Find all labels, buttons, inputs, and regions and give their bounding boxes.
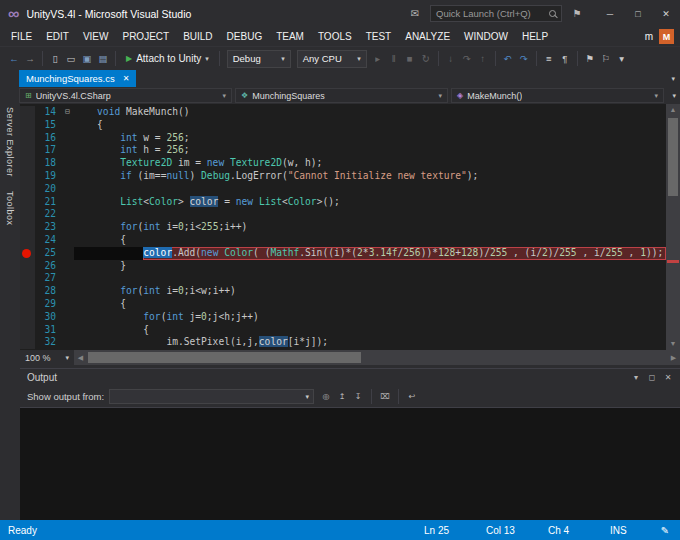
menu-item-test[interactable]: TEST bbox=[359, 31, 399, 42]
navigate-backward-icon[interactable]: ← bbox=[6, 51, 22, 67]
scroll-down-icon[interactable]: ▼ bbox=[666, 338, 680, 350]
goto-previous-message-icon[interactable]: ↥ bbox=[335, 392, 349, 401]
code-line-30[interactable]: 30for(int j=0;j<h;j++) bbox=[20, 311, 666, 324]
breakpoint-margin[interactable] bbox=[20, 221, 35, 234]
side-tab-toolbox[interactable]: Toolbox bbox=[5, 191, 15, 226]
solution-platform-dropdown[interactable]: Any CPU ▾ bbox=[297, 50, 367, 68]
breakpoint-margin[interactable] bbox=[20, 183, 35, 196]
code-line-24[interactable]: 24{ bbox=[20, 234, 666, 247]
code-line-18[interactable]: 18Texture2D im = new Texture2D(w, h); bbox=[20, 157, 666, 170]
menu-item-help[interactable]: HELP bbox=[515, 31, 555, 42]
horizontal-scrollbar[interactable]: ◀ ▶ bbox=[74, 350, 680, 365]
output-header[interactable]: Output ▾◻✕ bbox=[20, 369, 680, 386]
step-out-icon[interactable]: ↑ bbox=[475, 51, 491, 67]
save-icon[interactable]: ▣ bbox=[79, 51, 95, 67]
fold-collapse-icon[interactable]: ⊟ bbox=[61, 106, 74, 119]
menu-item-debug[interactable]: DEBUG bbox=[220, 31, 270, 42]
open-file-icon[interactable]: ▭ bbox=[63, 51, 79, 67]
menu-item-project[interactable]: PROJECT bbox=[115, 31, 176, 42]
step-over-icon[interactable]: ↷ bbox=[459, 51, 475, 67]
tab-munchingsquares[interactable]: MunchingSquares.cs ✕ bbox=[19, 70, 136, 87]
stop-debugging-icon[interactable]: ■ bbox=[402, 51, 418, 67]
close-button[interactable]: ✕ bbox=[652, 3, 680, 25]
clear-all-icon[interactable]: ⌧ bbox=[378, 392, 392, 401]
breakpoint-margin[interactable] bbox=[20, 285, 35, 298]
breakpoint-margin[interactable] bbox=[20, 324, 35, 337]
menu-item-file[interactable]: FILE bbox=[4, 31, 39, 42]
breakpoint-margin[interactable] bbox=[20, 196, 35, 209]
menu-item-team[interactable]: TEAM bbox=[269, 31, 311, 42]
method-dropdown[interactable]: ◈MakeMunch()▾ bbox=[451, 88, 664, 103]
break-all-icon[interactable]: ‖ bbox=[386, 51, 402, 67]
output-content[interactable] bbox=[20, 407, 680, 520]
send-feedback-icon[interactable]: ✉ bbox=[408, 8, 422, 19]
output-source-dropdown[interactable]: ▾ bbox=[109, 389, 314, 404]
breakpoint-margin[interactable] bbox=[20, 336, 35, 349]
menu-item-edit[interactable]: EDIT bbox=[39, 31, 76, 42]
code-line-14[interactable]: 14⊟void MakeMunch() bbox=[20, 106, 666, 119]
find-in-files-icon[interactable]: ≡ bbox=[541, 51, 557, 67]
signed-in-user-label[interactable]: m bbox=[645, 31, 653, 42]
scroll-right-icon[interactable]: ▶ bbox=[667, 354, 680, 362]
new-file-icon[interactable]: ▯ bbox=[47, 51, 63, 67]
side-tab-server-explorer[interactable]: Server Explorer bbox=[5, 107, 15, 177]
scroll-up-icon[interactable]: ▲ bbox=[666, 104, 680, 116]
next-bookmark-icon[interactable]: ⚐ bbox=[598, 51, 614, 67]
breakpoint-margin[interactable] bbox=[20, 119, 35, 132]
menu-item-tools[interactable]: TOOLS bbox=[311, 31, 359, 42]
code-line-17[interactable]: 17int h = 256; bbox=[20, 144, 666, 157]
project-dropdown[interactable]: ⊞UnityVS.4l.CSharp▾ bbox=[19, 88, 232, 103]
code-area[interactable]: 14⊟void MakeMunch()15{16int w = 256;17in… bbox=[20, 104, 666, 350]
maximize-button[interactable]: □ bbox=[624, 3, 652, 25]
code-line-21[interactable]: 21List<Color> color = new List<Color>(); bbox=[20, 196, 666, 209]
navigate-forward-icon[interactable]: → bbox=[22, 51, 38, 67]
menu-item-analyze[interactable]: ANALYZE bbox=[398, 31, 457, 42]
code-line-31[interactable]: 31{ bbox=[20, 324, 666, 337]
code-line-27[interactable]: 27 bbox=[20, 272, 666, 285]
breakpoint-margin[interactable] bbox=[20, 144, 35, 157]
goto-next-message-icon[interactable]: ↧ bbox=[351, 392, 365, 401]
breakpoint-icon[interactable] bbox=[22, 249, 31, 258]
menu-item-window[interactable]: WINDOW bbox=[457, 31, 515, 42]
breakpoint-margin[interactable] bbox=[20, 298, 35, 311]
breakpoint-margin[interactable] bbox=[20, 260, 35, 273]
breakpoint-margin[interactable] bbox=[20, 170, 35, 183]
code-line-25[interactable]: 25color.Add(new Color( (Mathf.Sin((i)*(2… bbox=[20, 247, 666, 260]
find-message-icon[interactable]: ◎ bbox=[319, 392, 333, 401]
code-line-28[interactable]: 28for(int i=0;i<w;i++) bbox=[20, 285, 666, 298]
attach-to-unity-button[interactable]: ▶ Attach to Unity ▾ bbox=[120, 53, 215, 64]
scroll-left-icon[interactable]: ◀ bbox=[74, 354, 87, 362]
formatting-marks-icon[interactable]: ¶ bbox=[557, 51, 573, 67]
breakpoint-margin[interactable] bbox=[20, 272, 35, 285]
code-line-16[interactable]: 16int w = 256; bbox=[20, 132, 666, 145]
notifications-flag-icon[interactable]: ⚑ bbox=[570, 8, 584, 19]
toggle-bookmark-icon[interactable]: ⚑ bbox=[582, 51, 598, 67]
scrollbar-thumb[interactable] bbox=[668, 118, 678, 196]
quick-launch-input[interactable]: Quick Launch (Ctrl+Q) bbox=[430, 5, 562, 22]
code-line-23[interactable]: 23for(int i=0;i<255;i++) bbox=[20, 221, 666, 234]
breakpoint-margin[interactable] bbox=[20, 208, 35, 221]
restart-icon[interactable]: ↻ bbox=[418, 51, 434, 67]
navbar-overflow-chevron-icon[interactable]: ▾ bbox=[672, 92, 676, 100]
avatar[interactable]: M bbox=[659, 29, 674, 44]
code-line-20[interactable]: 20 bbox=[20, 183, 666, 196]
breakpoint-margin[interactable] bbox=[20, 132, 35, 145]
breakpoint-margin[interactable] bbox=[20, 311, 35, 324]
minimize-button[interactable]: ─ bbox=[596, 3, 624, 25]
code-line-26[interactable]: 26} bbox=[20, 260, 666, 273]
class-dropdown[interactable]: ❖MunchingSquares▾ bbox=[235, 88, 448, 103]
code-line-19[interactable]: 19if (im==null) Debug.LogError("Cannot I… bbox=[20, 170, 666, 183]
window-position-icon[interactable]: ▾ bbox=[629, 373, 643, 382]
close-panel-icon[interactable]: ✕ bbox=[661, 373, 675, 382]
breakpoint-margin[interactable] bbox=[20, 234, 35, 247]
code-line-22[interactable]: 22 bbox=[20, 208, 666, 221]
word-wrap-icon[interactable]: ↩ bbox=[405, 392, 419, 401]
continue-icon[interactable]: ▸ bbox=[370, 51, 386, 67]
vertical-scrollbar[interactable]: ▲ ▼ bbox=[666, 104, 680, 350]
breakpoint-margin[interactable] bbox=[20, 157, 35, 170]
code-line-32[interactable]: 32im.SetPixel(i,j,color[i*j]); bbox=[20, 336, 666, 349]
close-tab-icon[interactable]: ✕ bbox=[123, 74, 130, 83]
menu-item-build[interactable]: BUILD bbox=[176, 31, 219, 42]
redo-icon[interactable]: ↷ bbox=[516, 51, 532, 67]
zoom-dropdown[interactable]: 100 % ▾ bbox=[20, 350, 74, 365]
